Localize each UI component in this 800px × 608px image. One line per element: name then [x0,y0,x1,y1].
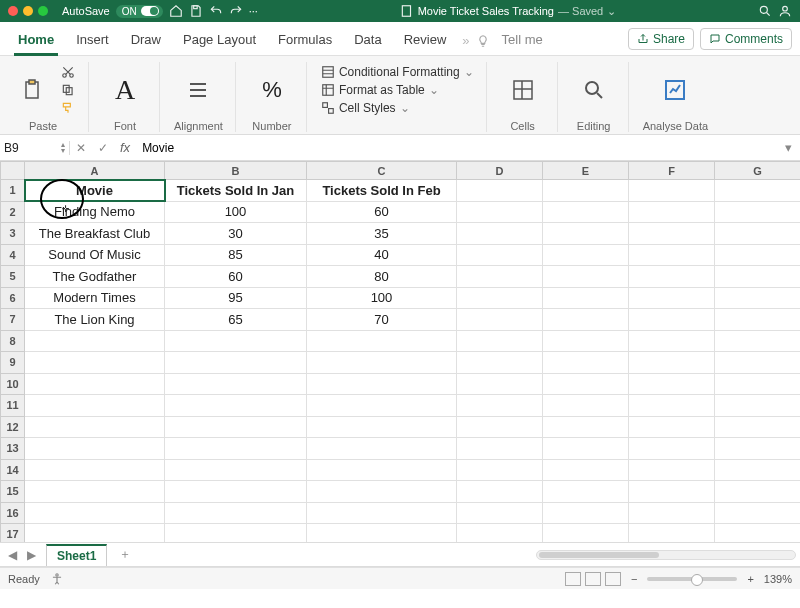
cell[interactable] [25,330,165,352]
cell[interactable] [543,244,629,266]
search-icon[interactable] [758,4,772,18]
copy-icon[interactable] [60,83,76,97]
row-header[interactable]: 14 [1,459,25,481]
cell[interactable] [25,373,165,395]
row-header[interactable]: 16 [1,502,25,524]
cell-C7[interactable]: 70 [307,309,457,331]
cell-A5[interactable]: The Godfather [25,266,165,288]
cell-C1[interactable]: Tickets Sold In Feb [307,180,457,202]
cell[interactable] [457,180,543,202]
cell[interactable] [457,481,543,503]
cell[interactable] [307,373,457,395]
cell-C4[interactable]: 40 [307,244,457,266]
cell[interactable] [457,438,543,460]
cell[interactable] [543,180,629,202]
cell[interactable] [307,481,457,503]
cell[interactable] [715,201,801,223]
cell[interactable] [543,201,629,223]
cell-B2[interactable]: 100 [165,201,307,223]
confirm-formula-icon[interactable]: ✓ [92,141,114,155]
row-header[interactable]: 11 [1,395,25,417]
cell[interactable] [715,309,801,331]
cell[interactable] [715,373,801,395]
cell[interactable] [457,244,543,266]
cell[interactable] [715,266,801,288]
undo-icon[interactable] [209,4,223,18]
cell[interactable] [629,266,715,288]
sheet-prev-icon[interactable]: ◀ [4,548,21,562]
cell[interactable] [457,395,543,417]
editing-button[interactable] [572,77,616,103]
cell[interactable] [165,502,307,524]
cell[interactable] [25,459,165,481]
cell[interactable] [165,524,307,544]
tab-formulas[interactable]: Formulas [268,26,342,55]
col-header-d[interactable]: D [457,162,543,180]
page-break-view-icon[interactable] [605,572,621,586]
comments-button[interactable]: Comments [700,28,792,50]
row-header[interactable]: 6 [1,287,25,309]
cell[interactable] [25,481,165,503]
redo-icon[interactable] [229,4,243,18]
cell[interactable] [715,244,801,266]
cell[interactable] [25,416,165,438]
cut-icon[interactable] [60,65,76,79]
number-button[interactable]: % [250,77,294,103]
cell[interactable] [715,459,801,481]
row-header[interactable]: 12 [1,416,25,438]
cell[interactable] [307,330,457,352]
cell[interactable] [629,459,715,481]
cell[interactable] [543,395,629,417]
more-icon[interactable]: ··· [249,5,258,17]
cell[interactable] [715,502,801,524]
cell[interactable] [457,309,543,331]
select-all-corner[interactable] [1,162,25,180]
cell-C2[interactable]: 60 [307,201,457,223]
cell[interactable] [629,416,715,438]
row-header[interactable]: 5 [1,266,25,288]
cell[interactable] [715,438,801,460]
cell[interactable] [715,395,801,417]
tell-me-search[interactable]: Tell me [492,26,553,55]
row-header[interactable]: 1 [1,180,25,202]
page-layout-view-icon[interactable] [585,572,601,586]
cell[interactable] [629,201,715,223]
row-header[interactable]: 10 [1,373,25,395]
row-header[interactable]: 17 [1,524,25,544]
cell[interactable] [457,287,543,309]
cell-B5[interactable]: 60 [165,266,307,288]
zoom-in-button[interactable]: + [747,573,753,585]
cell[interactable] [307,502,457,524]
cell[interactable] [165,416,307,438]
share-button[interactable]: Share [628,28,694,50]
cell[interactable] [629,287,715,309]
normal-view-icon[interactable] [565,572,581,586]
paste-button[interactable] [10,77,54,103]
cell-A7[interactable]: The Lion King [25,309,165,331]
horizontal-scrollbar[interactable] [536,550,796,560]
cell[interactable] [25,524,165,544]
cell[interactable] [165,373,307,395]
col-header-b[interactable]: B [165,162,307,180]
cell[interactable] [165,438,307,460]
cell[interactable] [543,481,629,503]
tab-home[interactable]: Home [8,26,64,55]
cell[interactable] [629,373,715,395]
add-sheet-button[interactable]: ＋ [113,546,137,563]
autosave-toggle[interactable]: ON [116,5,163,18]
close-window-icon[interactable] [8,6,18,16]
cell[interactable] [715,287,801,309]
col-header-c[interactable]: C [307,162,457,180]
account-icon[interactable] [778,4,792,18]
cell[interactable] [457,201,543,223]
cell[interactable] [543,287,629,309]
cell[interactable] [457,266,543,288]
sheet-next-icon[interactable]: ▶ [23,548,40,562]
col-header-a[interactable]: A [25,162,165,180]
row-header[interactable]: 8 [1,330,25,352]
col-header-e[interactable]: E [543,162,629,180]
name-box-stepper-icon[interactable]: ▴▾ [61,142,65,154]
cell[interactable] [629,330,715,352]
view-switcher[interactable] [565,572,621,586]
cell-B6[interactable]: 95 [165,287,307,309]
